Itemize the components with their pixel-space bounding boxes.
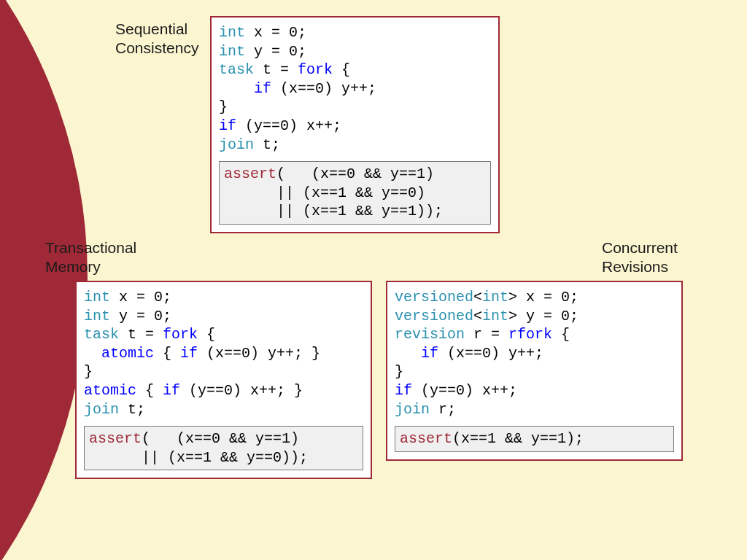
label-line: Transactional: [45, 239, 136, 256]
kw-versioned: versioned: [395, 308, 473, 324]
code-text: <: [473, 308, 482, 324]
kw-int: int: [219, 43, 245, 60]
code-text: {: [552, 326, 570, 343]
kw-task: task: [84, 326, 119, 343]
kw-rfork: rfork: [508, 326, 552, 343]
code-text: (y==0) x++; }: [180, 382, 303, 399]
code-text: (x==0) y++;: [438, 345, 543, 362]
code-text: r;: [430, 401, 456, 418]
label-transactional-memory: Transactional Memory: [45, 238, 136, 277]
assert-box: assert(x==1 && y==1);: [395, 426, 674, 452]
kw-fork: fork: [298, 61, 333, 78]
code-text: || (x==1 && y==1));: [224, 203, 443, 219]
code-text: t =: [119, 326, 163, 343]
label-line: Consistency: [115, 39, 198, 56]
kw-atomic: atomic: [84, 345, 154, 362]
kw-task: task: [219, 61, 254, 78]
assert-box: assert( (x==0 && y==1) || (x==1 && y==0)…: [219, 161, 491, 225]
label-line: Memory: [45, 258, 101, 275]
code-text: (x==0) y++; }: [198, 345, 320, 362]
kw-assert: assert: [400, 430, 452, 447]
code-text: }: [219, 98, 228, 115]
code-text: {: [136, 382, 163, 399]
code-text: r =: [465, 326, 508, 343]
code-text: (x==0) y++;: [271, 80, 376, 97]
code-text: > x = 0;: [508, 289, 578, 306]
kw-if: if: [180, 345, 198, 362]
kw-int: int: [84, 289, 110, 306]
code-text: > y = 0;: [508, 308, 578, 324]
kw-if: if: [219, 80, 271, 97]
code-text: (y==0) x++;: [412, 382, 517, 399]
kw-join: join: [395, 401, 430, 418]
kw-assert: assert: [89, 430, 142, 447]
code-text: || (x==1 && y==0): [224, 184, 425, 201]
kw-if: if: [219, 117, 236, 134]
label-line: Sequential: [115, 20, 187, 37]
kw-int: int: [219, 24, 245, 41]
code-text: (y==0) x++;: [236, 117, 341, 134]
kw-assert: assert: [224, 166, 276, 182]
code-text: }: [395, 363, 403, 380]
assert-box: assert( (x==0 && y==1) || (x==1 && y==0)…: [84, 426, 363, 470]
label-line: Revisions: [602, 258, 668, 275]
background-arc: [0, 0, 88, 560]
label-sequential-consistency: Sequential Consistency: [115, 20, 198, 58]
code-block: versioned<int> x = 0; versioned<int> y =…: [395, 288, 674, 419]
code-block: int x = 0; int y = 0; task t = fork { if…: [219, 23, 491, 154]
code-text: {: [333, 61, 350, 78]
kw-join: join: [84, 401, 119, 418]
label-concurrent-revisions: Concurrent Revisions: [602, 238, 678, 277]
codebox-concurrent-revisions: versioned<int> x = 0; versioned<int> y =…: [386, 281, 683, 461]
code-text: ( (x==0 && y==1): [142, 430, 299, 447]
kw-atomic: atomic: [84, 382, 136, 399]
kw-if: if: [395, 382, 412, 399]
codebox-transactional-memory: int x = 0; int y = 0; task t = fork { at…: [75, 281, 372, 479]
assert-code: assert( (x==0 && y==1) || (x==1 && y==0)…: [224, 165, 486, 221]
label-line: Concurrent: [602, 239, 678, 256]
code-text: || (x==1 && y==0));: [89, 449, 308, 466]
codebox-sequential-consistency: int x = 0; int y = 0; task t = fork { if…: [210, 16, 500, 233]
code-text: x = 0;: [245, 24, 306, 41]
code-text: {: [154, 345, 180, 362]
code-text: x = 0;: [110, 289, 171, 306]
code-text: ( (x==0 && y==1): [276, 166, 434, 182]
kw-int: int: [482, 289, 508, 306]
code-text: t;: [254, 136, 280, 153]
code-text: y = 0;: [245, 43, 306, 60]
code-text: }: [84, 363, 93, 380]
code-block: int x = 0; int y = 0; task t = fork { at…: [84, 288, 363, 419]
kw-int: int: [84, 308, 110, 324]
code-text: t =: [254, 61, 298, 78]
code-text: (x==1 && y==1);: [452, 430, 584, 447]
assert-code: assert(x==1 && y==1);: [400, 429, 669, 448]
assert-code: assert( (x==0 && y==1) || (x==1 && y==0)…: [89, 429, 358, 467]
code-text: t;: [119, 401, 145, 418]
kw-fork: fork: [163, 326, 198, 343]
kw-int: int: [482, 308, 508, 324]
kw-join: join: [219, 136, 254, 153]
kw-revision: revision: [395, 326, 465, 343]
kw-if: if: [163, 382, 180, 399]
code-text: <: [473, 289, 482, 306]
code-text: y = 0;: [110, 308, 171, 324]
kw-if: if: [395, 345, 438, 362]
code-text: {: [198, 326, 215, 343]
kw-versioned: versioned: [395, 289, 473, 306]
